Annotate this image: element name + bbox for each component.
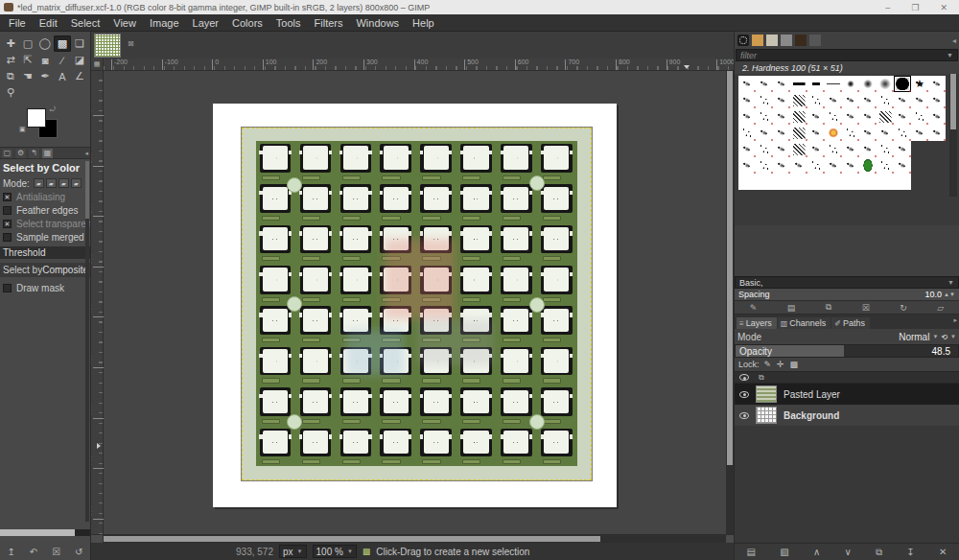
canvas-navigation-button[interactable] <box>725 535 734 543</box>
select-transparent-areas-checkbox[interactable]: ✕ <box>3 220 12 228</box>
brush-spacing-slider[interactable]: Spacing 10.0 ▲▼ <box>735 289 959 301</box>
brush-swatch-scatter[interactable] <box>825 108 842 125</box>
brush-swatch-scatter[interactable] <box>807 92 825 108</box>
reset-options-button[interactable]: ↺ <box>75 547 82 557</box>
duplicate-layer-button[interactable]: ⧉ <box>876 547 882 558</box>
edit-brush-button[interactable]: ✎ <box>750 303 758 313</box>
move-tool[interactable]: ✚ <box>2 35 19 52</box>
lock-pixels-icon[interactable]: ✎ <box>764 360 772 369</box>
swap-colors-icon[interactable]: ⤾ <box>50 105 56 113</box>
pasted-layer-selection[interactable] <box>242 128 592 480</box>
menu-file[interactable]: File <box>3 16 32 30</box>
clone-tool[interactable]: ⧉ <box>2 68 19 84</box>
brush-swatch-noise[interactable] <box>773 157 790 174</box>
tab-layers[interactable]: ≡Layers <box>737 317 777 329</box>
menu-colors[interactable]: Colors <box>226 16 269 30</box>
maximize-button[interactable]: ❐ <box>911 3 919 12</box>
spinner-icon[interactable]: ▲▼ <box>944 292 955 297</box>
layers-menu-icon[interactable]: ▸ <box>953 316 957 324</box>
quick-mask-toggle[interactable] <box>91 535 104 543</box>
default-colors-icon[interactable]: ▣ <box>19 126 26 133</box>
brush-swatch-noise[interactable] <box>928 108 946 125</box>
save-options-button[interactable]: ↥ <box>7 547 14 557</box>
brush-swatch-noise[interactable] <box>859 141 877 157</box>
brush-swatch-noise[interactable] <box>790 157 807 174</box>
delete-options-button[interactable]: ☒ <box>52 547 60 557</box>
brush-swatch-ellipse[interactable] <box>807 76 825 92</box>
select-by-color-tool[interactable]: ▩ <box>54 35 71 52</box>
ruler-corner-button[interactable]: ▦ <box>91 58 104 71</box>
brush-swatch-scatter[interactable] <box>756 157 773 174</box>
brush-swatch-noise[interactable] <box>738 92 756 108</box>
intersect-mode[interactable]: ▰ <box>71 178 82 188</box>
layer-mode-dropdown[interactable]: Normal▼ ⟲ ▼ <box>899 332 956 342</box>
opacity-slider[interactable]: Opacity 48.5 <box>735 344 959 358</box>
tab-paths[interactable]: ✐Paths <box>831 317 870 329</box>
smudge-tool[interactable]: ☚ <box>19 68 36 84</box>
brush-swatch-star[interactable]: ★ <box>911 76 928 92</box>
brush-grid-scrollbar[interactable] <box>949 74 957 197</box>
new-brush-button[interactable]: ▤ <box>787 303 796 313</box>
brush-swatch-noise[interactable] <box>859 125 877 141</box>
device-status-tab[interactable]: ⚙ <box>15 149 26 158</box>
open-brush-button[interactable]: ▱ <box>937 303 944 313</box>
brush-swatch-blank[interactable] <box>756 76 773 92</box>
brush-swatch-scatter[interactable] <box>877 157 894 174</box>
refresh-brushes-button[interactable]: ↻ <box>900 303 907 313</box>
dock-menu-icon[interactable]: ◂ <box>84 150 88 157</box>
brush-swatch-scatter[interactable] <box>756 92 773 108</box>
brush-swatch-noise[interactable] <box>773 92 790 108</box>
brush-swatch-noise[interactable] <box>859 108 877 125</box>
brush-swatch-noise[interactable] <box>773 125 790 141</box>
undo-history-tab[interactable]: ↰ <box>29 149 39 158</box>
layer-visibility-eye-icon[interactable] <box>739 391 749 398</box>
zoom-tool[interactable]: ⚲ <box>2 84 19 101</box>
close-button[interactable]: ✕ <box>940 3 947 12</box>
brush-swatch-scatter[interactable] <box>756 141 773 157</box>
subtract-mode[interactable]: ▰ <box>58 178 69 188</box>
brush-swatch-noise[interactable] <box>825 157 842 174</box>
brush-filter-input[interactable]: filter ▼ <box>736 49 958 61</box>
add-mode[interactable]: ▰ <box>46 178 57 188</box>
brush-swatch-hatch[interactable] <box>790 108 807 125</box>
unit-dropdown[interactable]: px▼ <box>279 545 307 558</box>
brush-swatch-dash[interactable] <box>790 76 807 92</box>
brush-swatch-blank[interactable] <box>738 76 756 92</box>
menu-help[interactable]: Help <box>407 16 440 30</box>
eraser-tool[interactable]: ◪ <box>71 52 88 68</box>
tool-options-tab[interactable]: ▢ <box>2 149 12 158</box>
brush-swatch-scatter[interactable] <box>877 92 894 108</box>
antialiasing-checkbox[interactable]: ✕ <box>3 193 12 201</box>
replace-mode[interactable]: ▰ <box>34 178 44 188</box>
layer-row[interactable]: Pasted Layer <box>735 384 959 405</box>
tool-presets-tab[interactable] <box>809 35 821 46</box>
brush-swatch-fuzzy2[interactable] <box>859 76 877 92</box>
new-layer-button[interactable]: ▤ <box>747 547 756 557</box>
delete-layer-button[interactable]: ✕ <box>939 547 947 557</box>
layer-list-empty-area[interactable] <box>735 426 959 543</box>
restore-options-button[interactable]: ↶ <box>30 547 37 557</box>
brush-swatch-circle-selected[interactable] <box>894 76 911 92</box>
select-by-dropdown[interactable]: Select by Composite <box>0 263 90 277</box>
brush-swatch-scatter[interactable] <box>842 125 859 141</box>
lock-alpha-icon[interactable]: ▩ <box>790 360 799 369</box>
brush-swatch-fuzzy1[interactable] <box>842 76 859 92</box>
brush-swatch-glow[interactable] <box>825 125 842 141</box>
horizontal-ruler[interactable]: -200-10001002003004005006007008009001000 <box>104 58 734 71</box>
brush-swatch-scatter[interactable] <box>756 108 773 125</box>
zoom-dropdown[interactable]: 100 %▼ <box>313 545 357 558</box>
brush-swatch-noise[interactable] <box>807 125 825 141</box>
sample-merged-checkbox[interactable] <box>3 233 12 242</box>
paintbrush-tool[interactable]: ∕ <box>54 52 71 68</box>
menu-edit[interactable]: Edit <box>34 16 63 30</box>
anchor-layer-button[interactable]: ↧ <box>906 547 914 557</box>
brush-swatch-scatter[interactable] <box>877 141 894 157</box>
brush-swatch-noise[interactable] <box>894 157 911 174</box>
threshold-slider[interactable]: Threshold <box>0 246 90 259</box>
menu-windows[interactable]: Windows <box>350 16 405 30</box>
raise-layer-button[interactable]: ∧ <box>813 547 820 557</box>
tool-options-scrollbar[interactable] <box>0 529 75 536</box>
layer-visibility-eye-icon[interactable] <box>739 412 749 419</box>
free-select-tool[interactable]: ◯ <box>36 35 54 52</box>
dock-menu-icon[interactable]: ◂ <box>952 36 956 45</box>
